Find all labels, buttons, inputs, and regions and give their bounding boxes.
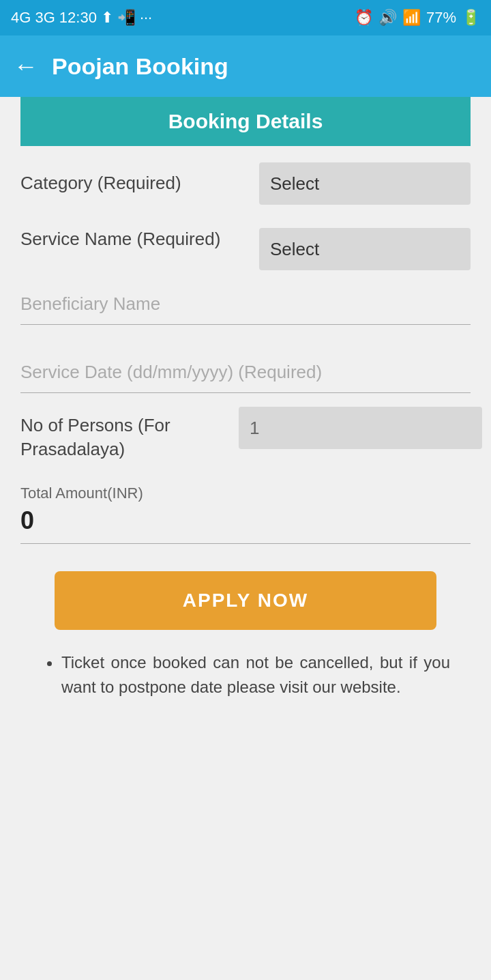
booking-header-text: Booking Details (168, 110, 323, 133)
category-select-value: Select (270, 173, 319, 194)
more-icon: ··· (140, 9, 152, 27)
persons-input[interactable] (239, 407, 482, 449)
status-left: 4G 3G 12:30 ⬆ 📲 ··· (11, 9, 152, 27)
category-row: Category (Required) Select (20, 160, 471, 207)
service-date-input[interactable] (20, 352, 471, 393)
service-name-label: Service Name (Required) (20, 228, 239, 251)
vol-icon: 🔊 (378, 9, 397, 27)
wifi-icon: 📶 (402, 9, 421, 27)
category-select[interactable]: Select (259, 162, 471, 205)
app-bar: ← Poojan Booking (0, 35, 491, 97)
app-bar-title: Poojan Booking (52, 53, 228, 80)
notice-section: Ticket once booked can not be cancelled,… (41, 650, 450, 700)
network-indicator: 4G 3G (11, 9, 55, 27)
alarm-icon: ⏰ (355, 9, 373, 27)
total-amount-label: Total Amount(INR) (20, 485, 471, 502)
status-bar: 4G 3G 12:30 ⬆ 📲 ··· ⏰ 🔊 📶 77% 🔋 (0, 0, 491, 35)
persons-row: No of Persons (For Prasadalaya) (20, 407, 471, 468)
sim-icon: 📲 (117, 9, 136, 27)
time: 12:30 (59, 9, 97, 27)
content-area: Booking Details Category (Required) Sele… (0, 97, 491, 740)
persons-label: No of Persons (For Prasadalaya) (20, 407, 239, 461)
usb-icon: ⬆ (101, 9, 113, 27)
battery-icon: 🔋 (462, 9, 480, 27)
total-amount-section: Total Amount(INR) 0 (20, 485, 471, 544)
notice-text: Ticket once booked can not be cancelled,… (61, 650, 450, 700)
category-label: Category (Required) (20, 172, 239, 195)
beneficiary-name-input[interactable] (20, 284, 471, 325)
total-amount-value: 0 (20, 506, 471, 544)
service-name-row: Service Name (Required) Select (20, 221, 471, 270)
status-right: ⏰ 🔊 📶 77% 🔋 (355, 9, 480, 27)
form-container: Category (Required) Select Service Name … (0, 146, 491, 713)
battery-percent: 77% (426, 9, 456, 27)
booking-header: Booking Details (20, 97, 471, 146)
service-name-select[interactable]: Select (259, 228, 471, 270)
apply-now-button[interactable]: APPLY NOW (55, 571, 436, 630)
back-button[interactable]: ← (14, 52, 38, 81)
service-name-select-value: Select (270, 239, 319, 260)
